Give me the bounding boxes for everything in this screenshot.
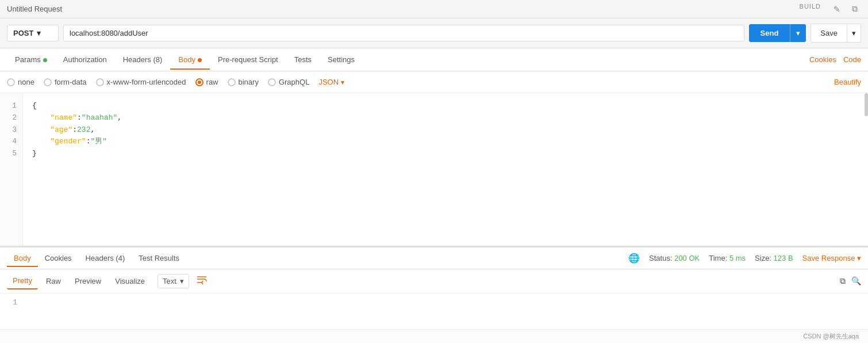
format-tab-raw[interactable]: Raw — [40, 273, 67, 289]
time-value: 5 ms — [729, 254, 746, 262]
footer: CSDN @树先生aqa — [0, 329, 868, 343]
code-line-4: "gender":"男" — [32, 136, 859, 148]
copy-button[interactable]: ⧉ — [848, 3, 861, 15]
method-chevron-icon: ▾ — [37, 29, 41, 37]
status-value: 200 OK — [674, 254, 700, 262]
option-none[interactable]: none — [7, 78, 34, 86]
option-graphql[interactable]: GraphQL — [268, 78, 309, 86]
response-tabs: Body Cookies Headers (4) Test Results 🌐 … — [0, 247, 868, 269]
beautify-button[interactable]: Beautify — [834, 78, 861, 86]
line-numbers: 1 2 3 4 5 — [0, 93, 23, 246]
radio-x-www — [96, 78, 104, 86]
request-tabs: Params Authorization Headers (8) Body Pr… — [0, 48, 868, 71]
tab-authorization[interactable]: Authorization — [55, 49, 115, 70]
radio-binary — [228, 78, 236, 86]
line-num-2: 2 — [0, 112, 22, 124]
code-line-2: "name":"haahah", — [32, 112, 859, 124]
code-line-5: } — [32, 148, 859, 160]
response-status: 🌐 Status: 200 OK Time: 5 ms Size: 123 B … — [628, 253, 861, 264]
params-dot — [43, 58, 47, 62]
body-options: none form-data x-www-form-urlencoded raw… — [0, 71, 868, 93]
text-type-dropdown[interactable]: Text ▾ — [158, 274, 189, 288]
globe-icon[interactable]: 🌐 — [628, 253, 640, 264]
line-num-5: 5 — [0, 148, 22, 160]
code-line-1: { — [32, 100, 859, 112]
radio-graphql — [268, 78, 276, 86]
request-title: Untitled Request — [7, 5, 62, 13]
method-label: POST — [13, 29, 33, 37]
url-bar: POST ▾ Send ▾ Save ▾ — [0, 18, 868, 48]
time-label: Time: 5 ms — [709, 254, 746, 262]
url-input[interactable] — [63, 25, 744, 41]
response-area: Body Cookies Headers (4) Test Results 🌐 … — [0, 246, 868, 329]
title-bar: Untitled Request BUILD ✎ ⧉ — [0, 0, 868, 18]
save-dropdown-button[interactable]: ▾ — [847, 24, 861, 42]
line-num-3: 3 — [0, 124, 22, 136]
format-tab-visualize[interactable]: Visualize — [109, 273, 151, 289]
radio-form-data — [44, 78, 52, 86]
format-tab-pretty[interactable]: Pretty — [7, 273, 38, 289]
scrollbar-thumb[interactable] — [865, 93, 868, 116]
send-button[interactable]: Send — [749, 24, 790, 42]
save-button-group: Save ▾ — [811, 24, 861, 43]
code-editor: 1 2 3 4 5 { "name":"haahah", "age":232, … — [0, 93, 868, 246]
build-label: BUILD — [800, 3, 821, 15]
app-container: Untitled Request BUILD ✎ ⧉ POST ▾ Send ▾… — [0, 0, 868, 343]
resp-tab-body[interactable]: Body — [7, 249, 38, 267]
resp-tab-headers[interactable]: Headers (4) — [79, 249, 132, 267]
title-bar-actions: BUILD ✎ ⧉ — [800, 3, 861, 15]
text-dropdown-arrow: ▾ — [180, 277, 184, 285]
tab-settings[interactable]: Settings — [320, 49, 363, 70]
response-content: 1 — [0, 294, 868, 329]
search-response-icon[interactable]: 🔍 — [851, 276, 861, 286]
line-num-1: 1 — [0, 100, 22, 112]
code-link[interactable]: Code — [843, 55, 861, 64]
save-response-button[interactable]: Save Response ▾ — [802, 254, 861, 262]
option-raw[interactable]: raw — [195, 78, 218, 86]
method-select[interactable]: POST ▾ — [7, 25, 59, 41]
radio-raw — [195, 78, 203, 86]
cookies-link[interactable]: Cookies — [809, 55, 836, 64]
tab-params[interactable]: Params — [7, 49, 55, 70]
json-label: JSON — [318, 78, 339, 86]
copy-response-icon[interactable]: ⧉ — [840, 276, 846, 286]
option-x-www-form-urlencoded[interactable]: x-www-form-urlencoded — [96, 78, 186, 86]
response-format-bar: Pretty Raw Preview Visualize Text ▾ — [0, 269, 868, 294]
response-icons: ⧉ 🔍 — [840, 276, 861, 286]
status-label: Status: 200 OK — [649, 254, 700, 262]
json-type-select[interactable]: JSON ▾ — [318, 78, 344, 86]
option-binary[interactable]: binary — [228, 78, 259, 86]
size-value: 123 B — [774, 254, 793, 262]
tab-tests[interactable]: Tests — [286, 49, 320, 70]
tab-headers[interactable]: Headers (8) — [115, 49, 171, 70]
code-content[interactable]: { "name":"haahah", "age":232, "gender":"… — [23, 93, 868, 246]
json-chevron-icon: ▾ — [341, 78, 344, 86]
tab-body[interactable]: Body — [170, 49, 210, 70]
format-tab-preview[interactable]: Preview — [69, 273, 107, 289]
send-dropdown-button[interactable]: ▾ — [790, 24, 806, 42]
edit-button[interactable]: ✎ — [830, 3, 844, 15]
resp-tab-testresults[interactable]: Test Results — [132, 249, 186, 267]
radio-none — [7, 78, 15, 86]
line-num-4: 4 — [0, 136, 22, 148]
body-dot — [198, 58, 202, 62]
save-button[interactable]: Save — [811, 24, 847, 42]
tab-prerequest[interactable]: Pre-request Script — [210, 49, 286, 70]
code-line-3: "age":232, — [32, 124, 859, 136]
send-button-group: Send ▾ — [749, 24, 806, 42]
cookies-code-links: Cookies Code — [809, 55, 861, 64]
resp-tab-cookies[interactable]: Cookies — [38, 249, 79, 267]
size-label: Size: 123 B — [755, 254, 793, 262]
wrap-button[interactable] — [196, 275, 208, 288]
resp-line-numbers: 1 — [0, 298, 23, 325]
option-form-data[interactable]: form-data — [44, 78, 87, 86]
